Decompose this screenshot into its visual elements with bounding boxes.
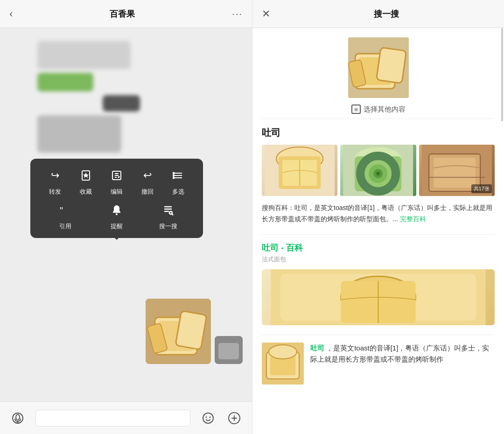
- svg-rect-55: [434, 158, 476, 188]
- forward-label: 转发: [49, 188, 61, 196]
- right-panel: ✕ 搜一搜 ⊞ 选择其他内容 吐司: [252, 0, 504, 434]
- multiselect-label: 多选: [172, 188, 184, 196]
- left-header: ‹ 百香果 ···: [0, 0, 252, 28]
- forward-icon: ↪: [46, 166, 64, 185]
- result-main-title: 吐司: [262, 126, 495, 139]
- scrollbar[interactable]: [501, 28, 503, 121]
- result-3-text: 吐司 ，是英文toast的音译[1]，粤语（广东话）叫多士，实际上就是用长方形带…: [310, 343, 495, 385]
- svg-rect-40: [376, 48, 406, 84]
- svg-point-27: [16, 414, 20, 420]
- add-button[interactable]: [226, 410, 243, 427]
- result-section-main: 吐司: [262, 126, 495, 225]
- collect-label: 收藏: [80, 188, 92, 196]
- bottom-bar: [0, 401, 252, 434]
- blurred-message-1: [37, 41, 131, 69]
- baike-title[interactable]: 吐司 - 百科: [262, 242, 495, 253]
- left-panel: ‹ 百香果 ··· ↪ 转发: [0, 0, 252, 434]
- search-label: 搜一搜: [159, 222, 177, 231]
- grid-image-3[interactable]: 共17张: [419, 145, 495, 196]
- blurred-message-2: [37, 73, 93, 91]
- svg-point-30: [203, 413, 213, 423]
- select-other-button[interactable]: ⊞ 选择其他内容: [351, 105, 406, 114]
- result-section-3: 吐司 ，是英文toast的音译[1]，粤语（广东话）叫多士，实际上就是用长方形带…: [262, 335, 495, 385]
- svg-text:": ": [60, 205, 63, 216]
- result-text: 搜狗百科：吐司，是英文toast的音译[1]，粤语（广东话）叫多士，实际上就是用…: [262, 203, 495, 225]
- edit-icon: [107, 166, 126, 185]
- blurred-message-3: [103, 95, 140, 112]
- context-menu-row-2: " 引用 提醒: [40, 201, 194, 231]
- svg-rect-23: [175, 311, 207, 350]
- svg-point-13: [116, 213, 118, 215]
- menu-item-edit[interactable]: 编辑: [103, 166, 131, 196]
- search-icon: [159, 201, 177, 219]
- result-3-body: 吐司 ，是英文toast的音译[1]，粤语（广东话）叫多士，实际上就是用长方形带…: [310, 343, 495, 365]
- baike-image: [262, 269, 495, 325]
- chat-area: ↪ 转发 收藏: [0, 28, 252, 401]
- menu-item-undo[interactable]: ↩ 撤回: [133, 166, 161, 196]
- chat-messages: [0, 33, 252, 161]
- toast-image-main: [146, 299, 211, 364]
- quote-label: 引用: [59, 222, 71, 231]
- result-section-baike: 吐司 - 百科 法式面包: [262, 234, 495, 325]
- edit-label: 编辑: [111, 188, 123, 196]
- svg-point-64: [269, 345, 297, 359]
- menu-item-remind[interactable]: 提醒: [103, 201, 131, 231]
- svg-point-52: [376, 172, 380, 175]
- toast-image-secondary: [215, 336, 243, 364]
- result-image-grid: 共17张: [262, 145, 495, 196]
- quote-icon: ": [56, 201, 75, 219]
- search-image-preview: [348, 37, 409, 98]
- chat-title: 百香果: [110, 8, 135, 20]
- voice-button[interactable]: [9, 410, 26, 427]
- svg-point-17: [169, 211, 172, 214]
- remind-label: 提醒: [111, 222, 123, 231]
- right-header: ✕ 搜一搜: [252, 0, 504, 28]
- back-button[interactable]: ‹: [9, 8, 13, 20]
- right-content: ⊞ 选择其他内容 吐司: [252, 28, 504, 434]
- multiselect-icon: [169, 166, 188, 185]
- blurred-message-4: [37, 115, 121, 153]
- menu-item-collect[interactable]: 收藏: [72, 166, 100, 196]
- result-3-rest: ，是英文toast的音译[1]，粤语（广东话）叫多士，实际上就是用长方形带盖或不…: [310, 344, 489, 363]
- grid-image-2[interactable]: [340, 145, 416, 196]
- menu-item-multiselect[interactable]: 多选: [164, 166, 192, 196]
- menu-item-search[interactable]: 搜一搜: [154, 201, 182, 231]
- bell-icon: [107, 201, 126, 219]
- result-3-image: [262, 343, 304, 385]
- svg-marker-1: [83, 173, 89, 178]
- svg-point-10: [173, 175, 175, 176]
- context-menu-row-1: ↪ 转发 收藏: [40, 166, 194, 196]
- select-other-icon: ⊞: [351, 105, 361, 114]
- search-panel-title: 搜一搜: [278, 8, 495, 20]
- undo-label: 撤回: [141, 188, 154, 196]
- message-input[interactable]: [35, 410, 190, 427]
- svg-point-31: [206, 416, 207, 418]
- svg-line-18: [172, 214, 174, 216]
- context-menu: ↪ 转发 收藏: [30, 159, 203, 238]
- baike-subtitle: 法式面包: [262, 255, 495, 264]
- close-button[interactable]: ✕: [262, 8, 270, 20]
- image-count-badge: 共17张: [471, 184, 492, 193]
- image-search-section: ⊞ 选择其他内容: [262, 28, 495, 119]
- full-wiki-link[interactable]: 完整百科: [400, 215, 426, 223]
- select-other-label: 选择其他内容: [364, 105, 406, 114]
- emoji-button[interactable]: [200, 410, 217, 427]
- svg-point-32: [210, 416, 211, 418]
- toast-image-message: [146, 299, 243, 364]
- more-button[interactable]: ···: [232, 8, 243, 19]
- undo-icon: ↩: [138, 166, 157, 185]
- svg-rect-25: [218, 343, 239, 359]
- result-3-green-word[interactable]: 吐司: [310, 344, 324, 352]
- menu-item-quote[interactable]: " 引用: [51, 201, 79, 231]
- svg-point-9: [173, 173, 175, 174]
- collect-icon: [77, 166, 95, 185]
- menu-item-forward[interactable]: ↪ 转发: [41, 166, 69, 196]
- grid-image-1[interactable]: [262, 145, 337, 196]
- svg-point-11: [173, 177, 175, 179]
